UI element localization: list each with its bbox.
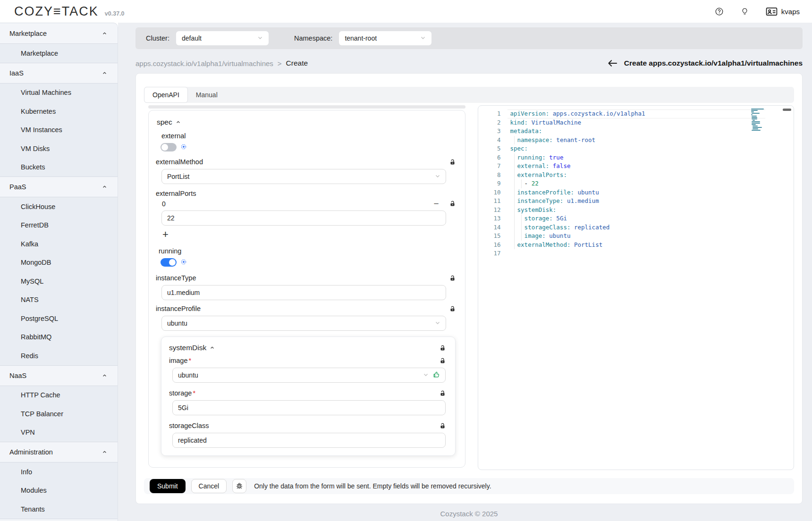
default-value-icon[interactable] — [181, 143, 186, 151]
sidebar-item[interactable]: Virtual Machines — [0, 84, 118, 102]
unlock-icon[interactable] — [449, 306, 456, 312]
cluster-select[interactable]: default — [176, 31, 269, 45]
editor-line[interactable]: 14 storageClass: replicated — [478, 223, 794, 232]
sidebar-item[interactable]: FerretDB — [0, 216, 118, 235]
sidebar-item[interactable]: HTTP Cache — [0, 386, 118, 405]
sidebar-item[interactable]: Modules — [0, 481, 118, 500]
sidebar-item[interactable]: PostgreSQL — [0, 309, 118, 328]
sidebar-item[interactable]: NATS — [0, 291, 118, 310]
image-select[interactable]: ubuntu — [172, 368, 446, 383]
cluster-namespace-bar: Cluster: default Namespace: tenant-root — [135, 27, 803, 49]
action-bar: Submit Cancel Only the data from the for… — [144, 478, 794, 494]
editor-line[interactable]: 13 storage: 5Gi — [478, 214, 794, 223]
instanceprofile-label: instanceProfile — [156, 305, 201, 312]
sidebar-item[interactable]: Kafka — [0, 235, 118, 253]
sidebar-item[interactable]: Kubernetes — [0, 102, 118, 121]
sidebar-item[interactable]: TCP Balancer — [0, 404, 118, 423]
sidebar-item[interactable]: Buckets — [0, 158, 118, 177]
editor-line[interactable]: 15 image: ubuntu — [478, 232, 794, 241]
sidebar-item[interactable]: Tenants — [0, 500, 118, 519]
line-number: 16 — [478, 241, 501, 250]
storage-input[interactable] — [178, 404, 440, 412]
user-menu[interactable]: kvaps — [766, 7, 800, 16]
editor-line[interactable]: 10 instanceProfile: ubuntu — [478, 188, 794, 197]
debug-button[interactable] — [232, 479, 246, 493]
port-item-index: 0 — [162, 200, 166, 208]
editor-line[interactable]: 5spec: — [478, 144, 794, 153]
sidebar-section-header[interactable]: Marketplace — [0, 23, 118, 44]
unlock-icon[interactable] — [440, 345, 446, 351]
unlock-icon[interactable] — [449, 201, 456, 207]
breadcrumb-path[interactable]: apps.cozystack.io/v1alpha1/virtualmachin… — [135, 59, 273, 67]
help-icon[interactable] — [715, 7, 724, 16]
sidebar-item[interactable]: VM Instances — [0, 121, 118, 140]
running-toggle[interactable] — [161, 258, 177, 267]
editor-line[interactable]: 16 externalMethod: PortList — [478, 241, 794, 250]
sidebar-section-header[interactable]: NaaS — [0, 365, 118, 386]
tab-manual[interactable]: Manual — [188, 87, 226, 103]
instancetype-label: instanceType — [156, 274, 196, 282]
editor-line[interactable]: 9 - 22 — [478, 179, 794, 188]
port-item-input[interactable] — [167, 214, 440, 222]
editor-line[interactable]: 12 systemDisk: — [478, 206, 794, 215]
cancel-button[interactable]: Cancel — [191, 479, 227, 493]
sidebar-item[interactable]: VM Disks — [0, 139, 118, 158]
editor-line[interactable]: 17 — [478, 249, 794, 258]
instanceprofile-select[interactable]: ubuntu — [161, 316, 446, 331]
line-number: 17 — [478, 249, 501, 258]
instancetype-field[interactable] — [161, 285, 446, 300]
port-item-field[interactable] — [161, 210, 446, 226]
editor-line[interactable]: 6 running: true — [478, 153, 794, 162]
main-content: Cluster: default Namespace: tenant-root … — [118, 23, 812, 521]
page-title: Create apps.cozystack.io/v1alpha1/virtua… — [624, 59, 803, 67]
unlock-icon[interactable] — [449, 275, 456, 281]
running-label: running — [159, 247, 181, 255]
sidebar-item[interactable]: Redis — [0, 346, 118, 365]
editor-line[interactable]: 11 instanceType: u1.medium — [478, 197, 794, 206]
sidebar-item[interactable]: MongoDB — [0, 253, 118, 272]
chevron-down-icon — [435, 319, 440, 327]
sidebar-item[interactable]: Info — [0, 462, 118, 481]
sidebar-section-header[interactable]: IaaS — [0, 63, 118, 84]
storage-field[interactable] — [172, 400, 446, 415]
systemdisk-section-toggle[interactable]: systemDisk — [169, 344, 215, 352]
storageclass-field[interactable] — [172, 433, 446, 448]
storageclass-input[interactable] — [178, 437, 440, 444]
line-number: 6 — [478, 153, 501, 162]
editor-line[interactable]: 2kind: VirtualMachine — [478, 118, 794, 127]
instancetype-input[interactable] — [167, 289, 440, 296]
default-value-icon[interactable] — [181, 258, 186, 267]
editor-line[interactable]: 7 external: false — [478, 162, 794, 171]
plus-icon[interactable]: + — [162, 229, 171, 240]
unlock-icon[interactable] — [440, 358, 446, 364]
unlock-icon[interactable] — [440, 390, 446, 396]
app-logo: COZY≡TACK v0.37.0 — [14, 4, 125, 19]
externalmethod-select[interactable]: PortList — [161, 169, 446, 184]
editor-line[interactable]: 1apiVersion: apps.cozystack.io/v1alpha1 — [478, 109, 794, 118]
sidebar-item[interactable]: VPN — [0, 423, 118, 442]
sidebar-item[interactable]: RabbitMQ — [0, 328, 118, 347]
unlock-icon[interactable] — [449, 159, 456, 165]
editor-line[interactable]: 8 externalPorts: — [478, 171, 794, 180]
yaml-editor[interactable]: 1apiVersion: apps.cozystack.io/v1alpha12… — [478, 105, 795, 470]
external-toggle[interactable] — [161, 143, 177, 151]
editor-line[interactable]: 4 namespace: tenant-root — [478, 136, 794, 145]
editor-line[interactable]: 3metadata: — [478, 127, 794, 136]
sidebar-section-header[interactable]: Administration — [0, 442, 118, 462]
namespace-label: Namespace: — [294, 34, 332, 42]
namespace-select[interactable]: tenant-root — [339, 31, 431, 45]
sidebar-section-header[interactable]: PaaS — [0, 176, 118, 197]
sidebar-item[interactable]: ClickHouse — [0, 197, 118, 216]
back-arrow-icon[interactable] — [608, 59, 617, 67]
horizontal-scrollbar[interactable] — [148, 105, 465, 109]
unlock-icon[interactable] — [440, 423, 446, 429]
submit-button[interactable]: Submit — [150, 479, 186, 493]
breadcrumb-current: Create — [286, 59, 308, 67]
sidebar-item[interactable]: Marketplace — [0, 44, 118, 63]
sidebar-item[interactable]: MySQL — [0, 272, 118, 291]
spec-section-toggle[interactable]: spec — [157, 118, 456, 126]
lightbulb-icon[interactable] — [741, 7, 749, 16]
minus-icon[interactable]: − — [433, 199, 439, 208]
systemdisk-card: systemDisk image* ubuntu — [161, 336, 456, 456]
tab-openapi[interactable]: OpenAPI — [144, 87, 188, 103]
